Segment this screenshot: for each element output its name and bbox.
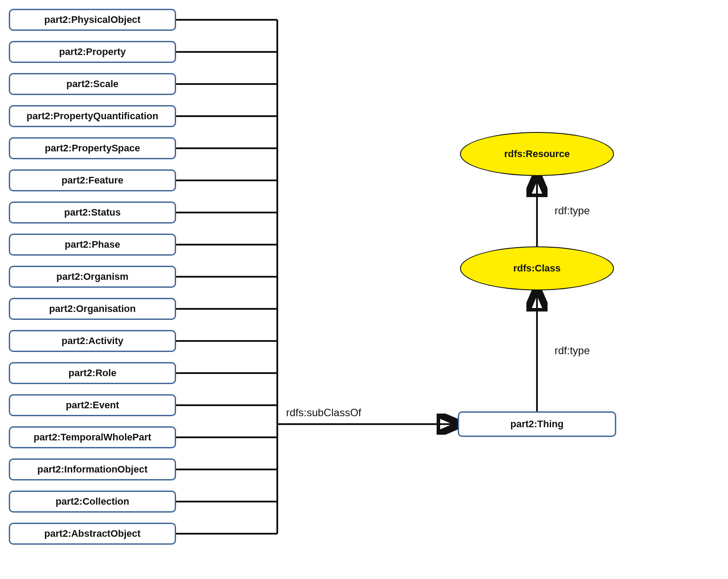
class-box: part2:Organism (9, 266, 176, 288)
class-box-label: part2:Phase (65, 239, 120, 250)
edge-label-type-lower: rdf:type (555, 344, 590, 357)
class-box-label: part2:AbstractObject (44, 528, 141, 539)
class-box: part2:Feature (9, 169, 176, 191)
class-box-label: part2:InformationObject (37, 464, 148, 475)
class-box: part2:PropertyQuantification (9, 105, 176, 127)
edge-label-type-upper: rdf:type (555, 205, 590, 217)
class-box: part2:Phase (9, 234, 176, 256)
class-box-label: part2:Collection (55, 496, 129, 507)
class-box: part2:Status (9, 202, 176, 224)
class-box-label: part2:TemporalWholePart (33, 432, 151, 443)
thing-box: part2:Thing (458, 411, 616, 437)
resource-ellipse: rdfs:Resource (460, 132, 614, 176)
class-box-label: part2:Organism (56, 271, 129, 282)
class-box-label: part2:Scale (66, 78, 119, 90)
class-box-label: part2:PhysicalObject (44, 14, 141, 26)
class-ellipse: rdfs:Class (460, 246, 614, 290)
class-box-label: part2:PropertyQuantification (26, 110, 158, 122)
class-box-label: part2:Event (66, 399, 119, 411)
class-box: part2:Event (9, 394, 176, 416)
class-box: part2:PropertySpace (9, 137, 176, 159)
class-box: part2:TemporalWholePart (9, 426, 176, 448)
class-box: part2:Role (9, 362, 176, 384)
class-box-label: part2:Feature (62, 175, 124, 186)
thing-box-label: part2:Thing (511, 418, 564, 430)
class-box-label: part2:Role (69, 367, 117, 379)
class-box-label: part2:Activity (62, 335, 124, 347)
class-box: part2:Property (9, 41, 176, 63)
resource-ellipse-label: rdfs:Resource (504, 148, 570, 160)
class-box: part2:Activity (9, 330, 176, 352)
class-ellipse-label: rdfs:Class (513, 263, 561, 274)
class-box: part2:Organisation (9, 298, 176, 320)
class-box-label: part2:Organisation (49, 303, 136, 315)
edge-label-subclassof: rdfs:subClassOf (286, 407, 361, 419)
class-box-label: part2:Status (64, 207, 121, 218)
class-box: part2:Collection (9, 491, 176, 513)
class-box: part2:PhysicalObject (9, 9, 176, 31)
class-box: part2:AbstractObject (9, 523, 176, 545)
class-box: part2:Scale (9, 73, 176, 95)
class-box-label: part2:Property (59, 46, 126, 58)
class-box: part2:InformationObject (9, 458, 176, 480)
class-box-label: part2:PropertySpace (45, 143, 140, 154)
